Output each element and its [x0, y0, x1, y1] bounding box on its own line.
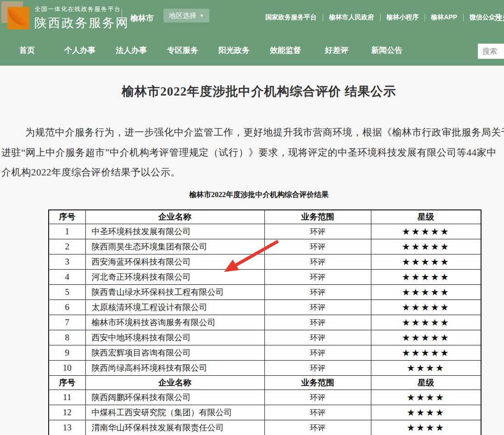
table-row: 11 陕西阔鹏环保科技有限公司 环评 ★★★★: [49, 390, 481, 405]
table-row: 7 榆林市环境科技咨询服务有限公司 环评 ★★★★★: [49, 315, 481, 330]
cell-star-rating: ★★★★★: [371, 224, 481, 239]
paragraph-line: 为规范中介服务行为，进一步强化中介监管工作，更好地提升我市营商环境，根据《榆林市…: [1, 123, 504, 143]
nav-item-zone-services[interactable]: 专区服务: [167, 45, 198, 56]
logo-orange-square: [7, 7, 29, 29]
link-separator: [380, 14, 381, 21]
cell-company-name: 陕西雨昊生态环境集团有限公司: [85, 239, 264, 254]
table-row: 8 西安中地环境科技有限公司 环评 ★★★★★: [49, 330, 481, 345]
current-city-label: 榆林市: [130, 13, 154, 23]
paragraph-line: 介机构2022年度综合评价结果予以公示。: [1, 163, 504, 183]
cell-company-name: 太原核清环境工程设计有限公司: [85, 300, 264, 315]
link-separator: [425, 14, 425, 21]
cell-no: 3: [49, 254, 85, 270]
cell-company-name: 陕西阔鹏环保科技有限公司: [85, 390, 264, 405]
page: { "colors": { "header_green": "#6b9c78",…: [0, 0, 504, 435]
cell-star-rating: ★★★★★: [371, 300, 481, 315]
content-area: 榆林市2022年度涉批中介机构综合评价 结果公示 为规范中介服务行为，进一步强化…: [0, 83, 504, 435]
cell-star-rating: ★★★★★: [371, 315, 481, 330]
cell-scope: 环评: [264, 330, 371, 345]
cell-company-name: 陕西宏辉项目咨询有限公司: [85, 345, 264, 361]
cell-star-rating: ★★★★★: [371, 239, 481, 254]
cell-no: 12: [49, 405, 85, 420]
cell-no: 5: [49, 285, 85, 300]
cell-scope: 环评: [264, 345, 371, 361]
cell-company-name: 陕西尚绿高科环境科技有限公司: [85, 361, 264, 376]
cell-star-rating: ★★★★★: [371, 270, 481, 285]
cell-company-name: 渭南华山环保科技发展有限责任公司: [85, 420, 264, 435]
site-logo[interactable]: [1, 1, 30, 30]
cell-star-rating: ★★★★★: [371, 254, 481, 270]
nav-item-rating[interactable]: 好差评: [325, 45, 348, 56]
nav-item-home[interactable]: 首页: [19, 45, 35, 56]
link-national-platform[interactable]: 国家政务服务平台: [265, 13, 317, 22]
cell-no: 9: [49, 345, 85, 361]
evaluation-table: 序号 企业名称 业务范围 星级 1 中圣环境科技发展有限公司 环评 ★★★★★ …: [48, 209, 482, 435]
cell-no: 6: [49, 300, 85, 315]
platform-name: 全国一体化在线政务服务平台: [34, 5, 129, 13]
leaf-icon: [8, 9, 27, 26]
column-header-stars: 星级: [371, 210, 481, 224]
cell-star-rating: ★★★★: [371, 361, 481, 376]
cell-scope: 环评: [264, 390, 371, 405]
cell-scope: 环评: [264, 420, 371, 435]
cell-company-name: 中圣环境科技发展有限公司: [85, 224, 264, 239]
column-header-scope: 业务范围: [264, 376, 371, 390]
cell-company-name: 西安中地环境科技有限公司: [85, 330, 264, 345]
table-row: 5 陕西青山绿水环保科技工程有限公司 环评 ★★★★★: [49, 285, 481, 300]
cell-scope: 环评: [264, 300, 371, 315]
region-selector-label: 地区选择: [169, 11, 196, 20]
table-header-row: 序号 企业名称 业务范围 星级: [49, 376, 481, 390]
cell-scope: 环评: [264, 239, 371, 254]
cell-star-rating: ★★★★: [371, 390, 481, 405]
cell-scope: 环评: [264, 224, 371, 239]
site-name: 陕西政务服务网: [34, 15, 129, 31]
table-header-row: 序号 企业名称 业务范围 星级: [49, 210, 481, 224]
nav-item-personal-services[interactable]: 个人办事: [64, 45, 95, 56]
link-yulin-government[interactable]: 榆林市人民政府: [329, 13, 374, 22]
link-separator: [323, 14, 323, 21]
page-title: 榆林市2022年度涉批中介机构综合评价 结果公示: [0, 83, 504, 100]
header-divider: [122, 9, 122, 26]
table-row: 10 陕西尚绿高科环境科技有限公司 环评 ★★★★: [49, 361, 481, 376]
cell-star-rating: ★★★★★: [371, 285, 481, 300]
header-links: 国家政务服务平台 榆林市人民政府 榆林小程序 榆林APP 微信公众号: [265, 0, 502, 34]
cell-no: 10: [49, 361, 85, 376]
cell-company-name: 榆林市环境科技咨询服务有限公司: [85, 315, 264, 330]
cell-scope: 环评: [264, 254, 371, 270]
table-row: 13 渭南华山环保科技发展有限责任公司 环评 ★★★★: [49, 420, 481, 435]
link-yulin-miniprogram[interactable]: 榆林小程序: [386, 13, 419, 22]
search-input[interactable]: [478, 44, 504, 59]
column-header-no: 序号: [49, 210, 85, 224]
region-selector-button[interactable]: 地区选择 ▼: [163, 9, 209, 23]
paragraph-line: 进驻“网上中介服务超市”中介机构考评管理规定（试行）》要求，现将评定的中圣环境科…: [1, 143, 504, 163]
cell-no: 11: [49, 390, 85, 405]
cell-company-name: 西安海蓝环保科技有限公司: [85, 254, 264, 270]
cell-no: 2: [49, 239, 85, 254]
table-row: 4 河北奇正环境科技有限公司 环评 ★★★★★: [49, 270, 481, 285]
cell-scope: 环评: [264, 285, 371, 300]
cell-star-rating: ★★★★★: [371, 345, 481, 361]
cell-scope: 环评: [264, 315, 371, 330]
nav-item-news[interactable]: 新闻公告: [371, 45, 403, 56]
table-row: 6 太原核清环境工程设计有限公司 环评 ★★★★★: [49, 300, 481, 315]
cell-star-rating: ★★★★★: [371, 330, 481, 345]
column-header-scope: 业务范围: [264, 210, 371, 224]
cell-no: 8: [49, 330, 85, 345]
nav-item-efficiency-supervision[interactable]: 效能监督: [270, 45, 301, 56]
brand-block: 全国一体化在线政务服务平台 陕西政务服务网: [34, 5, 129, 31]
cell-company-name: 陕西青山绿水环保科技工程有限公司: [85, 285, 264, 300]
column-header-name: 企业名称: [85, 210, 264, 224]
main-nav: 首页 个人办事 法人办事 专区服务 阳光政务 效能监督 好差评 新闻公告: [0, 34, 504, 66]
table-row: 3 西安海蓝环保科技有限公司 环评 ★★★★★: [49, 254, 481, 270]
register-link[interactable]: 注册: [495, 12, 504, 23]
cell-company-name: 中煤科工西安研究院（集团）有限公司: [85, 405, 264, 420]
table-caption: 榆林市2022年度涉批中介机构综合评价结果: [0, 190, 504, 200]
nav-item-open-government[interactable]: 阳光政务: [218, 45, 250, 56]
nav-item-legal-services[interactable]: 法人办事: [116, 45, 147, 56]
cell-scope: 环评: [264, 405, 371, 420]
cell-no: 7: [49, 315, 85, 330]
link-yulin-app[interactable]: 榆林APP: [431, 13, 457, 22]
table-row: 9 陕西宏辉项目咨询有限公司 环评 ★★★★★: [49, 345, 481, 361]
cell-no: 1: [49, 224, 85, 239]
cell-star-rating: ★★★★: [371, 420, 481, 435]
